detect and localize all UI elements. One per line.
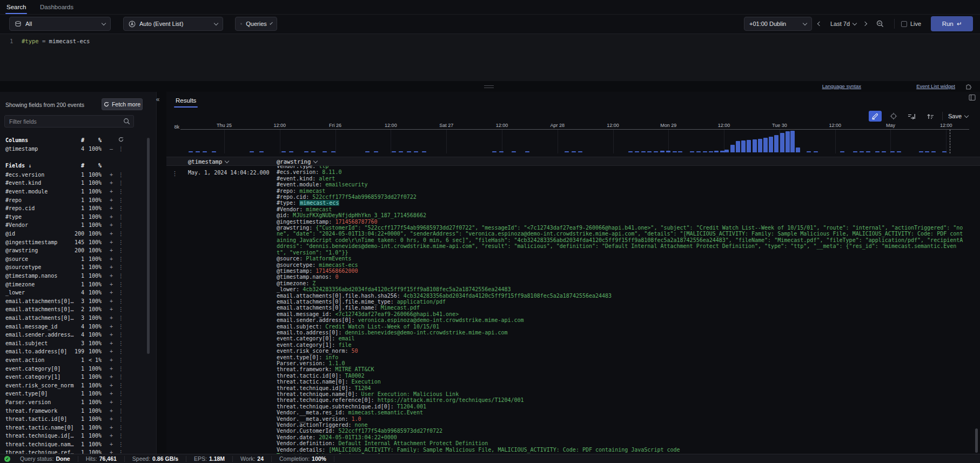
sort-order-button[interactable] [924,111,937,122]
field-menu-icon[interactable]: ⋮ [118,441,124,447]
field-row[interactable]: email.to.address[0] 199 100% + ⋮ [0,347,145,356]
run-button[interactable]: Run ↵ [931,16,973,31]
field-menu-icon[interactable]: ⋮ [118,247,124,253]
field-row[interactable]: email.sender.address… 4 100% + ⋮ [0,331,145,339]
histogram-bar[interactable] [250,151,254,152]
field-menu-icon[interactable]: ⋮ [118,172,124,178]
field-row[interactable]: @source 1 100% + ⋮ [0,255,145,264]
histogram-bar[interactable] [673,151,677,153]
collapse-sidebar-button[interactable]: « [153,95,162,104]
field-menu-icon[interactable]: ⋮ [118,357,124,363]
detail-line[interactable]: event.category[0]: email [277,335,966,341]
histogram-bar[interactable] [323,151,327,152]
histogram-bar[interactable] [565,151,569,152]
add-column-button[interactable]: + [107,180,116,186]
field-menu-icon[interactable]: ⋮ [118,256,124,262]
field-row[interactable]: #repo 1 100% + ⋮ [0,196,145,204]
field-menu-icon[interactable]: ⋮ [118,391,124,397]
add-column-button[interactable]: + [107,298,116,304]
add-column-button[interactable]: + [107,222,116,228]
add-column-button[interactable]: + [107,408,116,414]
detail-line[interactable]: email.sender.address[0]: veronica.espino… [277,317,966,323]
histogram-bar[interactable] [678,151,682,152]
detail-line[interactable]: email.attachments[0].file.mime_type: app… [277,299,966,305]
time-range-selector[interactable]: Last 7d [830,17,856,31]
histogram-bar[interactable] [758,139,762,153]
field-row[interactable]: event.category[1] 1 100% + ⋮ [0,373,145,381]
histogram-bar[interactable] [311,151,316,152]
filter-fields-input[interactable] [5,116,133,127]
histogram-bar[interactable] [365,151,370,152]
view-selector[interactable]: Auto (Event List) [123,17,223,31]
tab-results[interactable]: Results [176,97,196,104]
field-menu-icon[interactable]: ⋮ [118,231,124,237]
field-menu-icon[interactable]: ⋮ [118,306,124,312]
detail-line[interactable]: threat.framework: MITRE ATT&CK [277,366,966,372]
add-column-button[interactable]: + [107,306,116,312]
add-column-button[interactable]: + [107,348,116,354]
histogram-bar[interactable] [814,151,818,152]
detail-line[interactable]: @timestamp.nanos: 0 [277,274,966,280]
histogram-bar[interactable] [492,151,496,152]
live-checkbox[interactable] [901,21,907,27]
field-menu-icon[interactable]: ⋮ [118,264,124,270]
histogram-bar[interactable] [696,151,701,152]
field-menu-icon[interactable]: ⋮ [118,374,124,380]
detail-line[interactable]: #event.kind: alert [277,176,966,182]
field-row[interactable]: #ecs.version 1 100% + ⋮ [0,171,145,179]
field-menu-icon[interactable]: ⋮ [118,383,124,388]
zoom-out-time-button[interactable] [876,17,884,31]
detail-line[interactable]: #repo.cid: 522ccff177f54ab99685973dd27f0… [277,194,966,200]
detail-line[interactable]: threat.technique.id[0]: T1204 [277,385,966,391]
detail-line[interactable]: @id: MJUszFKXgNUDeyNfjdpHhYkn_3_187_1714… [277,212,966,218]
field-menu-icon[interactable]: ⋮ [118,433,124,439]
detail-line[interactable]: email.attachments[0].file.hash.sha256: 4… [277,293,966,299]
histogram-bar[interactable] [747,140,751,153]
detail-line[interactable]: email.message_id: <7c12743daf27eaf9-2600… [277,311,966,317]
histogram-bar[interactable] [189,151,193,152]
histogram-bar[interactable] [741,140,746,153]
sidebar-scrollbar[interactable] [147,138,150,354]
field-menu-icon[interactable]: ⋮ [118,399,124,405]
histogram-bar[interactable] [866,151,870,152]
field-row[interactable]: email.attachments[0]… 2 100% + ⋮ [0,305,145,314]
field-row[interactable]: @sourcetype 1 100% + ⋮ [0,263,145,272]
histogram-bar[interactable] [660,151,664,152]
field-menu-icon[interactable]: ⋮ [118,298,124,304]
histogram-bar[interactable] [331,151,335,152]
detail-line[interactable]: _lower: 4cb324283356abd2034fda4120c5ff9f… [277,286,966,292]
histogram-bar[interactable] [499,151,504,152]
field-row[interactable]: email.attachments[0]… 3 100% + ⋮ [0,314,145,323]
histogram-bar[interactable] [392,151,396,152]
field-menu-icon[interactable]: ⋮ [118,273,124,279]
histogram-bar[interactable] [196,151,200,152]
detail-line[interactable]: @rawstring: {"CustomerId": "522ccff177f5… [277,225,966,256]
detail-line[interactable]: @source: PlatformEvents [277,256,966,261]
add-column-button[interactable]: + [107,264,116,270]
add-column-button[interactable]: + [107,214,116,220]
field-row[interactable]: #type 1 100% + ⋮ [0,213,145,222]
histogram-bar[interactable] [304,151,308,152]
detail-line[interactable]: @sourcetype: mimecast-ecs [277,262,966,268]
histogram-bar[interactable] [628,151,633,153]
time-range-forward-button[interactable] [863,17,867,31]
timezone-selector[interactable]: +01:00 Dublin [744,17,812,31]
detail-line[interactable]: threat.tactic.id[0]: TA0002 [277,373,966,379]
histogram-bar[interactable] [730,145,735,153]
histogram-bar[interactable] [853,151,857,152]
detail-line[interactable]: Vendor.CustomerId: 522ccff177f54ab996859… [277,428,966,434]
detail-line[interactable]: email.attachments[0].file.name: Mimecast… [277,305,966,311]
field-row[interactable]: @timestamp 4 100% — ⋮ [0,145,145,153]
add-column-button[interactable]: + [107,281,116,287]
field-menu-icon[interactable]: ⋮ [118,366,124,372]
crosshair-button[interactable] [887,111,900,122]
add-column-button[interactable]: + [107,441,116,447]
histogram-bar[interactable] [860,151,864,152]
field-row[interactable]: event.type[0] 1 100% + ⋮ [0,390,145,398]
field-row[interactable]: _lower 4 100% + ⋮ [0,288,145,297]
histogram-bar[interactable] [647,151,652,153]
detail-line[interactable]: email.subject: Credit Watch List--Week o… [277,324,966,330]
add-column-button[interactable]: + [107,433,116,439]
histogram-bar[interactable] [578,151,582,152]
go-to-end-button[interactable] [905,111,918,122]
